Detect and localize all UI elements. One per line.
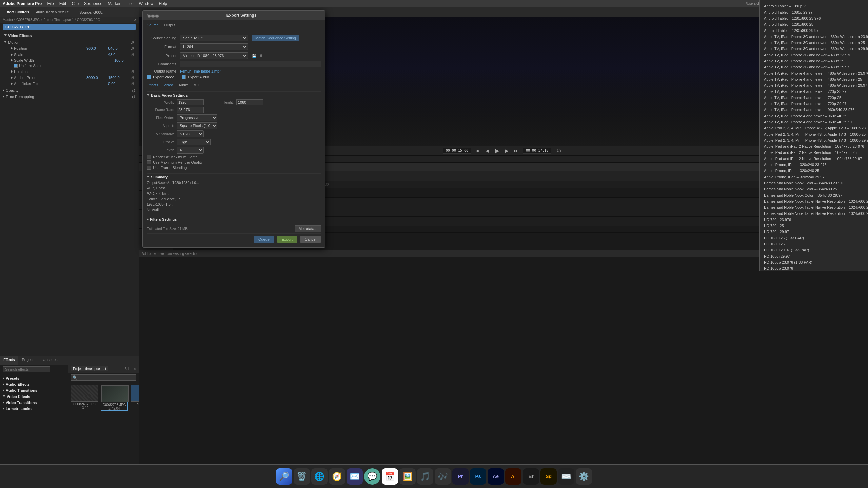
anchor-x[interactable]: 3000.0 [86, 76, 107, 80]
dock-calendar[interactable]: 📅 [382, 468, 398, 485]
use-max-render-check[interactable] [147, 160, 151, 164]
menu-sequence[interactable]: Sequence [84, 1, 102, 6]
scale-width-value[interactable]: 100.0 [114, 58, 135, 62]
preset-select[interactable]: Vimeo HD 1080p 23.976 [180, 52, 248, 59]
preset-item[interactable]: Android Tablet – 1080p 29.97 [760, 9, 868, 15]
video-effects-section[interactable]: Video Effects [1, 33, 137, 39]
video-transitions-section[interactable]: Video Transitions [1, 400, 66, 406]
preset-item[interactable]: Apple TV, iPad, iPhone 4 and newer – 960… [760, 113, 868, 119]
position-y[interactable]: 646.0 [108, 46, 129, 50]
preset-item[interactable]: HD 1080i 29.97 [760, 253, 868, 259]
motion-section[interactable]: Motion ↺ [3, 39, 136, 45]
preset-item[interactable]: Apple TV, iPad, iPhone 4 and newer – 720… [760, 95, 868, 101]
profile-select[interactable]: High [177, 139, 211, 145]
menu-help[interactable]: Help [159, 1, 167, 6]
project-item-2[interactable]: ▶ Femur Time-lapse 1 [131, 385, 139, 411]
preset-item[interactable]: Apple iPad and iPad 2 Native Resolution … [760, 149, 868, 156]
lumetri-section[interactable]: Lumetri Looks [1, 406, 66, 412]
effects-search-input[interactable] [3, 366, 50, 372]
project-item-0[interactable]: G0082467.JPG 13:12 [71, 385, 98, 411]
preset-item[interactable]: Android Tablet – 1280x800 25 [760, 21, 868, 27]
render-max-check[interactable] [147, 155, 151, 159]
preset-item[interactable]: HD 1080i 29.97 (1.33 PAR) [760, 247, 868, 253]
preset-item[interactable]: Android Tablet – 1280x800 29.97 [760, 27, 868, 34]
preset-item[interactable]: Apple iPad 2, 3, 4, Mini; iPhone 4S, 5; … [760, 137, 868, 143]
motion-reset[interactable]: ↺ [130, 40, 135, 45]
preset-item[interactable]: Apple iPhone, iPod – 320x240 23.976 [760, 162, 868, 168]
dock-system-prefs[interactable]: ⚙️ [576, 468, 592, 485]
tab-effects[interactable]: Effects [0, 356, 18, 365]
preset-item[interactable]: Apple TV, iPad, iPhone 4 and newer – 960… [760, 119, 868, 125]
export-btn[interactable]: Export [277, 236, 297, 243]
play-btn[interactable]: ▶ [493, 146, 501, 156]
effects-tab[interactable]: Effects [147, 82, 158, 88]
dock-premiere[interactable]: Pr [452, 468, 469, 485]
preset-item[interactable]: Apple TV, iPad, iPhone 3G and newer – 48… [760, 52, 868, 58]
tab-effect-controls[interactable]: Effect Controls [3, 9, 31, 15]
dock-bridge[interactable]: Br [523, 468, 539, 485]
cancel-btn[interactable]: Cancel [300, 236, 321, 243]
dock-after-effects[interactable]: Ae [488, 468, 504, 485]
opacity-row[interactable]: Opacity ↺ [1, 87, 137, 94]
dock-illustrator[interactable]: Ai [505, 468, 521, 485]
preset-item[interactable]: Barnes and Noble Nook Color – 854x480 29… [760, 192, 868, 198]
preset-item[interactable]: Apple TV, iPad, iPhone 4 and newer – 480… [760, 76, 868, 82]
preset-item[interactable]: HD 1080i 25 (1.33 PAR) [760, 235, 868, 241]
preset-item[interactable]: Apple TV, iPad, iPhone 4 and newer – 720… [760, 88, 868, 95]
preset-item[interactable]: Apple iPad and iPad 2 Native Resolution … [760, 156, 868, 162]
dock-safari[interactable]: 🧭 [329, 468, 345, 485]
scale-value[interactable]: 48.0 [108, 53, 129, 57]
export-audio-check[interactable] [182, 75, 186, 79]
preset-item[interactable]: HD 1080i 25 [760, 241, 868, 247]
menu-window[interactable]: Window [139, 1, 154, 6]
preset-item[interactable]: Barnes and Noble Nook Tablet Native Reso… [760, 204, 868, 210]
anchor-y[interactable]: 1500.0 [108, 76, 129, 80]
anchor-reset[interactable]: ↺ [130, 75, 135, 80]
presets-section[interactable]: Presets [1, 375, 66, 381]
tab-audio-track-mixer[interactable]: Audio Track Mixer: Femur Time-lapse 1 [34, 9, 75, 15]
dock-itunes[interactable]: 🎶 [435, 468, 451, 485]
reset-all-icon[interactable]: ↺ [133, 18, 136, 22]
format-select[interactable]: H.264 [180, 43, 248, 50]
preset-item[interactable]: Apple TV, iPad, iPhone 4 and newer – 480… [760, 82, 868, 88]
preset-item[interactable]: HD 1080p 23.976 [760, 265, 868, 271]
preset-item[interactable]: Apple TV, iPad, iPhone 4 and newer – 720… [760, 101, 868, 107]
tab-source[interactable]: Source: G008... [77, 9, 107, 15]
level-select[interactable]: 4.1 [177, 147, 204, 154]
video-effects-tree-section[interactable]: Video Effects [1, 393, 66, 400]
preset-delete-icon[interactable]: 🗑 [259, 54, 263, 58]
preset-item[interactable]: Barnes and Noble Nook Color – 854x480 25 [760, 186, 868, 192]
fast-forward-btn[interactable]: ⏭ [513, 147, 520, 155]
preset-item[interactable]: Apple TV, iPad, iPhone 4 and newer – 960… [760, 107, 868, 113]
frame-blending-check[interactable] [147, 166, 151, 170]
multiplexer-tab[interactable]: Mu... [194, 82, 202, 88]
scale-reset[interactable]: ↺ [130, 52, 135, 57]
menu-file[interactable]: File [47, 1, 54, 6]
menu-title[interactable]: Title [126, 1, 133, 6]
dock-mail[interactable]: ✉️ [347, 468, 363, 485]
preset-item[interactable]: Apple TV, iPad, iPhone 3G and newer – 48… [760, 58, 868, 64]
preset-item[interactable]: Apple iPad 2, 3, 4, Mini; iPhone 4S, 5; … [760, 125, 868, 131]
width-input[interactable] [177, 99, 204, 105]
preset-item[interactable]: Barnes and Noble Nook Color – 854x480 23… [760, 180, 868, 186]
preset-item[interactable]: Barnes and Noble Nook Tablet Native Reso… [760, 198, 868, 204]
preset-item[interactable]: Barnes and Noble Nook Tablet Native Reso… [760, 210, 868, 217]
tv-standard-select[interactable]: NTSC [177, 130, 204, 137]
preset-item[interactable]: HD 720p 29.97 [760, 229, 868, 235]
fieldorder-select[interactable]: Progressive [177, 114, 217, 121]
aspect-select[interactable]: Square Pixels (1.0) [177, 122, 217, 129]
preset-item[interactable]: Android Tablet – 1080p 25 [760, 3, 868, 9]
step-forward-btn[interactable]: ▶ [504, 147, 510, 155]
output-name-link[interactable]: Femur Time-lapse 1.mp4 [180, 69, 221, 73]
preset-item[interactable]: Apple TV, iPad, iPhone 3G and newer – 36… [760, 40, 868, 46]
uniform-scale-check[interactable] [14, 64, 18, 68]
anti-flicker-value[interactable]: 0.00 [108, 82, 129, 86]
dock-messages[interactable]: 💬 [364, 468, 380, 485]
step-back-btn[interactable]: ◀ [484, 147, 491, 155]
preset-item[interactable]: HD 720p 25 [760, 223, 868, 229]
rotation-reset[interactable]: ↺ [130, 69, 135, 74]
export-video-check[interactable] [147, 75, 151, 79]
anti-flicker-reset[interactable]: ↺ [130, 81, 135, 86]
dock-finder[interactable]: 🔎 [276, 468, 292, 485]
dock-music[interactable]: 🎵 [417, 468, 433, 485]
